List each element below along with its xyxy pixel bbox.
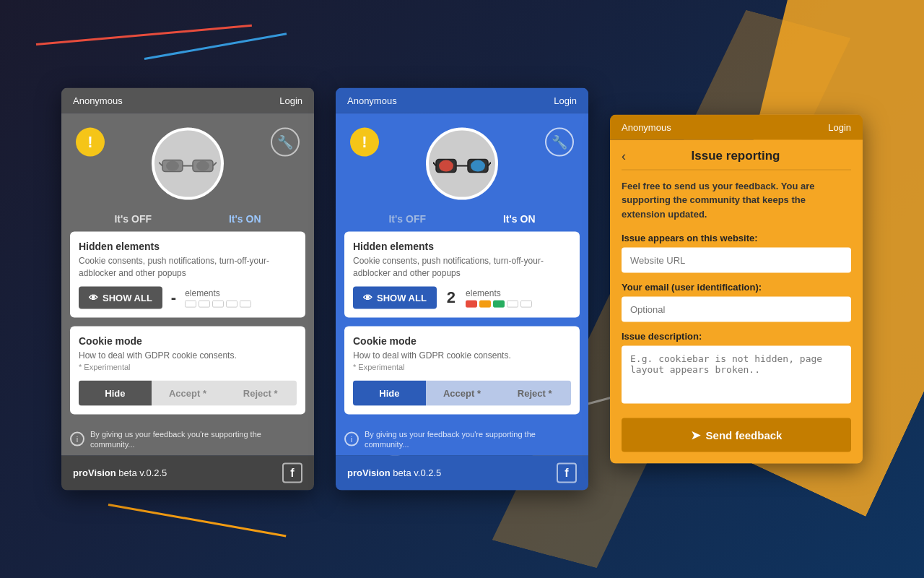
- panel2-brand-beta: beta v.0.2.5: [393, 467, 441, 478]
- panel-on-state: Anonymous Login !: [336, 88, 588, 491]
- panel1-hidden-elements: Hidden elements Cookie consents, push no…: [70, 232, 305, 318]
- dot1: [185, 300, 196, 307]
- panel3-body: ‹ Issue reporting Feel free to send us y…: [610, 139, 863, 464]
- panel-off-state: Anonymous Login !: [61, 88, 314, 491]
- panel2-header: Anonymous Login: [336, 88, 588, 113]
- panel1-footer: proVision beta v.0.2.5 f: [61, 455, 314, 490]
- panel-issue-reporting: Anonymous Login ‹ Issue reporting Feel f…: [610, 114, 863, 464]
- send-feedback-label: Send feedback: [706, 429, 783, 441]
- desc-label: Issue description:: [622, 331, 851, 342]
- svg-point-13: [471, 160, 485, 172]
- panel1-icons-row: ! 🔧: [76, 128, 300, 200]
- panel1-body: ! 🔧: [61, 113, 314, 456]
- feedback-info-icon-1: i: [70, 432, 84, 447]
- panel1-cookie-mode: Cookie mode How to deal with GDPR cookie…: [70, 326, 305, 415]
- panel2-cookie-desc: How to deal with GDPR cookie consents. *…: [353, 349, 571, 374]
- send-icon: ➤: [691, 428, 700, 442]
- panel2-count: 2: [447, 288, 456, 307]
- panel2-facebook-icon[interactable]: f: [557, 462, 577, 483]
- panel2-brand-pro: pro: [347, 467, 362, 478]
- panel1-facebook-icon[interactable]: f: [282, 462, 302, 483]
- email-label: Your email (user identification):: [622, 282, 851, 293]
- panel1-dash: -: [171, 288, 176, 307]
- panel2-hero: !: [336, 113, 588, 232]
- dot5: [240, 300, 251, 307]
- panel1-show-all-row: 👁 SHOW ALL - elements: [79, 286, 297, 309]
- wrench-icon-grey[interactable]: 🔧: [271, 128, 300, 157]
- panel1-show-all-btn[interactable]: 👁 SHOW ALL: [79, 286, 162, 309]
- email-input[interactable]: [622, 297, 851, 322]
- dot4: [226, 300, 237, 307]
- eye-icon-blue: 👁: [363, 292, 372, 303]
- panel2-body: !: [336, 113, 588, 456]
- dot-empty2: [520, 300, 532, 307]
- panel2-user: Anonymous: [347, 95, 397, 106]
- panel1-cookie-note: * Experimental: [79, 363, 131, 371]
- panel2-hidden-desc: Cookie consents, push notifications, tur…: [353, 255, 571, 280]
- glasses-grey-svg: [159, 142, 217, 186]
- back-button[interactable]: ‹: [622, 148, 626, 163]
- panel1-hero: ! 🔧: [61, 113, 314, 232]
- panel1-hidden-title: Hidden elements: [79, 241, 297, 252]
- panel1-on-label[interactable]: It's ON: [229, 213, 261, 225]
- dot3: [212, 300, 224, 307]
- panel3-user: Anonymous: [622, 121, 671, 132]
- website-input[interactable]: [622, 248, 851, 273]
- panel2-toggle-labels: It's OFF It's ON: [350, 213, 574, 225]
- panel2-icons-row: !: [350, 128, 574, 200]
- panel2-on-label[interactable]: It's ON: [503, 213, 536, 225]
- svg-point-5: [166, 161, 179, 171]
- panel1-feedback-text: By giving us your feedback you're suppor…: [90, 429, 305, 450]
- dot-red: [466, 300, 477, 307]
- website-label: Issue appears on this website:: [622, 233, 851, 243]
- wrench-icon-blue[interactable]: 🔧: [545, 128, 574, 157]
- panel2-cookie-buttons: Hide Accept * Reject *: [353, 381, 571, 406]
- panel2-cookie-title: Cookie mode: [353, 335, 571, 346]
- dot2: [199, 300, 210, 307]
- panel1-feedback-bar: i By giving us your feedback you're supp…: [61, 423, 314, 456]
- dot-green: [493, 300, 505, 307]
- desc-textarea[interactable]: [622, 346, 851, 404]
- panel2-footer: proVision beta v.0.2.5 f: [336, 455, 588, 490]
- avatar-glasses-grey: [152, 128, 224, 200]
- panel1-elements-label: elements: [185, 288, 251, 298]
- panel1-dots: [185, 300, 251, 307]
- panel2-hide-btn[interactable]: Hide: [353, 381, 426, 406]
- panel1-off-label: It's OFF: [114, 213, 152, 225]
- panel2-brand: proVision beta v.0.2.5: [347, 467, 441, 478]
- dot-empty1: [507, 300, 518, 307]
- panel2-feedback-bar: i By giving us your feedback you're supp…: [336, 423, 588, 456]
- glasses-color-svg: [433, 142, 491, 186]
- panel2-brand-vision: Vision: [362, 467, 391, 478]
- panel2-hidden-elements: Hidden elements Cookie consents, push no…: [344, 232, 580, 318]
- panel2-accept-btn[interactable]: Accept *: [426, 381, 499, 406]
- panel1-login[interactable]: Login: [279, 95, 302, 106]
- warning-icon-2: !: [350, 128, 379, 157]
- panel2-show-all-row: 👁 SHOW ALL 2 elements: [353, 286, 571, 309]
- svg-point-12: [439, 160, 453, 172]
- panel3-login[interactable]: Login: [828, 121, 851, 132]
- panels-container: Anonymous Login !: [61, 88, 863, 491]
- issue-nav: ‹ Issue reporting: [622, 139, 851, 170]
- panel2-login[interactable]: Login: [554, 95, 577, 106]
- panel1-brand-vision: Vision: [88, 467, 116, 478]
- dot-orange: [479, 300, 491, 307]
- panel1-reject-btn[interactable]: Reject *: [224, 381, 297, 406]
- panel1-cookie-title: Cookie mode: [79, 335, 297, 346]
- panel1-hide-btn[interactable]: Hide: [79, 381, 152, 406]
- panel2-show-all-btn[interactable]: 👁 SHOW ALL: [353, 286, 437, 309]
- panel1-toggle-labels: It's OFF It's ON: [76, 213, 300, 225]
- panel2-feedback-text: By giving us your feedback you're suppor…: [365, 429, 580, 450]
- panel1-brand: proVision beta v.0.2.5: [73, 467, 167, 478]
- panel1-cookie-buttons: Hide Accept * Reject *: [79, 381, 297, 406]
- panel2-cookie-note: * Experimental: [353, 363, 405, 371]
- panel1-elements-info: elements: [185, 288, 251, 307]
- panel2-cookie-mode: Cookie mode How to deal with GDPR cookie…: [344, 326, 580, 415]
- svg-point-6: [196, 161, 209, 171]
- panel1-brand-pro: pro: [73, 467, 88, 478]
- panel2-hidden-title: Hidden elements: [353, 241, 571, 252]
- warning-icon: !: [76, 128, 105, 157]
- panel2-reject-btn[interactable]: Reject *: [498, 381, 571, 406]
- panel1-accept-btn[interactable]: Accept *: [152, 381, 225, 406]
- send-feedback-btn[interactable]: ➤ Send feedback: [622, 418, 851, 452]
